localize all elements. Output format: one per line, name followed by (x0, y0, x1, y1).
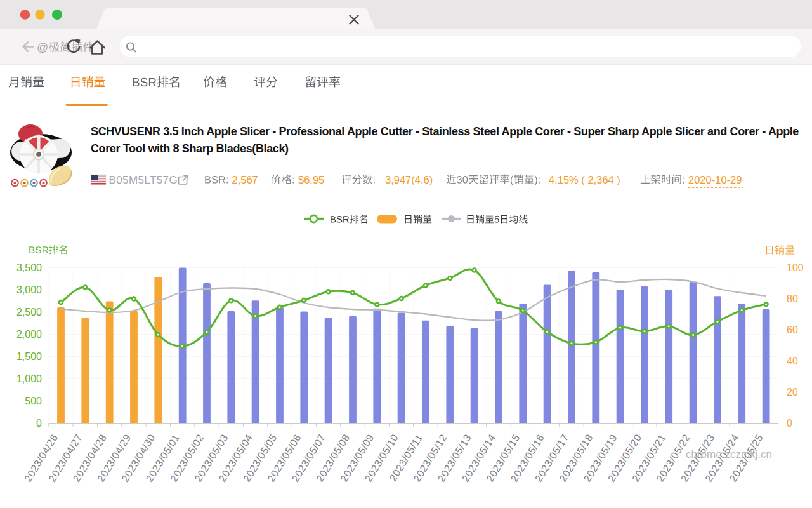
svg-text:60: 60 (787, 324, 798, 335)
svg-text:3,000: 3,000 (16, 284, 42, 295)
svg-text:100: 100 (787, 262, 804, 273)
svg-text:20: 20 (787, 387, 798, 398)
svg-text:0: 0 (36, 418, 42, 429)
svg-text:Corer Tool with 8 Sharp Blades: Corer Tool with 8 Sharp Blades(Black) (91, 142, 289, 155)
svg-text:$6.95: $6.95 (298, 174, 324, 185)
svg-text:40: 40 (787, 356, 798, 366)
svg-text:B05M5LT57G: B05M5LT57G (109, 174, 178, 186)
svg-text:3,500: 3,500 (16, 262, 42, 273)
svg-text:2,500: 2,500 (16, 307, 42, 318)
svg-text:chrome.zczmkj.cn: chrome.zczmkj.cn (686, 448, 772, 460)
svg-text:1,500: 1,500 (16, 351, 42, 362)
svg-text:SCHVUSENR 3.5 Inch Apple Slice: SCHVUSENR 3.5 Inch Apple Slicer - Profes… (91, 125, 799, 138)
svg-text:1,000: 1,000 (16, 373, 42, 384)
svg-text:4.15% ( 2,364 ): 4.15% ( 2,364 ) (549, 174, 620, 185)
svg-text:3,947(4.6): 3,947(4.6) (385, 174, 433, 185)
svg-text:2,567: 2,567 (232, 174, 258, 185)
svg-text:2,000: 2,000 (16, 329, 42, 340)
svg-text:2020-10-29: 2020-10-29 (688, 174, 742, 185)
svg-text:500: 500 (25, 396, 42, 406)
svg-text:0: 0 (787, 418, 792, 429)
svg-text:80: 80 (787, 293, 798, 304)
